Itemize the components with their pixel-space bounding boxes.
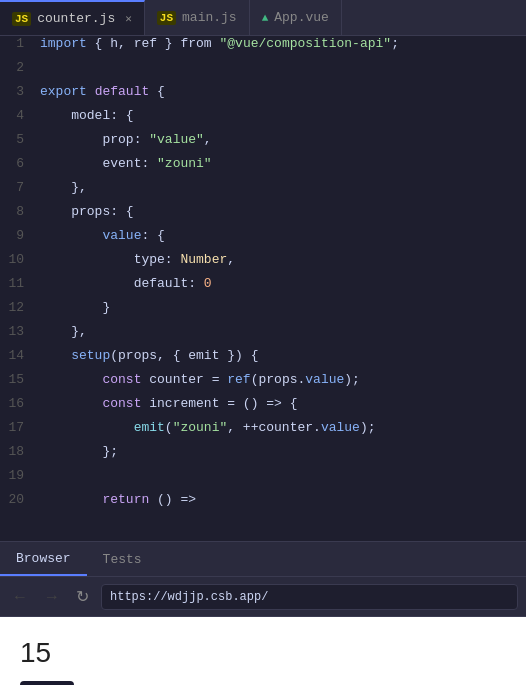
line-content: type: Number, — [40, 252, 235, 267]
line-content: }; — [40, 444, 118, 459]
code-line: 3export default { — [0, 84, 526, 108]
line-number: 1 — [0, 36, 40, 51]
js-icon-main: JS — [157, 11, 176, 25]
line-content: return () => — [40, 492, 196, 507]
vue-icon: ▲ — [262, 12, 269, 24]
tab-bar: JS counter.js ✕ JS main.js ▲ App.vue — [0, 0, 526, 36]
counter-display: 15 — [20, 637, 506, 669]
line-content: default: 0 — [40, 276, 212, 291]
code-line: 20 return () => — [0, 492, 526, 516]
line-number: 7 — [0, 180, 40, 195]
line-content: import { h, ref } from "@vue/composition… — [40, 36, 399, 51]
line-number: 15 — [0, 372, 40, 387]
line-number: 6 — [0, 156, 40, 171]
line-content: value: { — [40, 228, 165, 243]
line-number: 11 — [0, 276, 40, 291]
line-number: 3 — [0, 84, 40, 99]
tab-counter-js[interactable]: JS counter.js ✕ — [0, 0, 145, 35]
tab-label-main: main.js — [182, 10, 237, 25]
line-number: 9 — [0, 228, 40, 243]
tab-main-js[interactable]: JS main.js — [145, 0, 250, 35]
line-content: } — [40, 300, 110, 315]
line-number: 16 — [0, 396, 40, 411]
line-number: 12 — [0, 300, 40, 315]
line-content: event: "zouni" — [40, 156, 212, 171]
code-line: 9 value: { — [0, 228, 526, 252]
browser-bar: ← → ↻ — [0, 577, 526, 617]
line-content: props: { — [40, 204, 134, 219]
code-line: 17 emit("zouni", ++counter.value); — [0, 420, 526, 444]
code-line: 1import { h, ref } from "@vue/compositio… — [0, 36, 526, 60]
tests-tab-label: Tests — [103, 552, 142, 567]
browser-tab-label: Browser — [16, 551, 71, 566]
line-number: 8 — [0, 204, 40, 219]
line-number: 4 — [0, 108, 40, 123]
line-content: }, — [40, 324, 87, 339]
code-line: 12 } — [0, 300, 526, 324]
code-line: 4 model: { — [0, 108, 526, 132]
code-line: 11 default: 0 — [0, 276, 526, 300]
line-content: prop: "value", — [40, 132, 212, 147]
line-number: 19 — [0, 468, 40, 483]
url-input[interactable] — [101, 584, 518, 610]
tab-app-vue[interactable]: ▲ App.vue — [250, 0, 342, 35]
code-line: 19 — [0, 468, 526, 492]
code-line: 13 }, — [0, 324, 526, 348]
line-number: 5 — [0, 132, 40, 147]
line-number: 18 — [0, 444, 40, 459]
tab-tests[interactable]: Tests — [87, 542, 158, 576]
plus-button[interactable]: plus — [20, 681, 74, 685]
line-content: const increment = () => { — [40, 396, 297, 411]
code-line: 14 setup(props, { emit }) { — [0, 348, 526, 372]
tab-label-vue: App.vue — [274, 10, 329, 25]
forward-button[interactable]: → — [40, 586, 64, 608]
line-number: 2 — [0, 60, 40, 75]
code-editor: 1import { h, ref } from "@vue/compositio… — [0, 36, 526, 541]
code-line: 2 — [0, 60, 526, 84]
line-number: 14 — [0, 348, 40, 363]
line-number: 13 — [0, 324, 40, 339]
code-line: 6 event: "zouni" — [0, 156, 526, 180]
refresh-button[interactable]: ↻ — [72, 585, 93, 608]
code-line: 15 const counter = ref(props.value); — [0, 372, 526, 396]
preview-area: 15 plus — [0, 617, 526, 685]
code-line: 16 const increment = () => { — [0, 396, 526, 420]
tab-label-counter: counter.js — [37, 11, 115, 26]
back-button[interactable]: ← — [8, 586, 32, 608]
line-number: 10 — [0, 252, 40, 267]
code-line: 8 props: { — [0, 204, 526, 228]
code-line: 10 type: Number, — [0, 252, 526, 276]
line-number: 17 — [0, 420, 40, 435]
tab-browser[interactable]: Browser — [0, 542, 87, 576]
code-line: 18 }; — [0, 444, 526, 468]
line-content: setup(props, { emit }) { — [40, 348, 258, 363]
line-content: export default { — [40, 84, 165, 99]
code-line: 7 }, — [0, 180, 526, 204]
bottom-tab-bar: Browser Tests — [0, 541, 526, 577]
line-number: 20 — [0, 492, 40, 507]
line-content: emit("zouni", ++counter.value); — [40, 420, 376, 435]
line-content: }, — [40, 180, 87, 195]
code-line: 5 prop: "value", — [0, 132, 526, 156]
js-icon: JS — [12, 12, 31, 26]
line-content: model: { — [40, 108, 134, 123]
line-content: const counter = ref(props.value); — [40, 372, 360, 387]
tab-close-counter[interactable]: ✕ — [125, 12, 132, 25]
